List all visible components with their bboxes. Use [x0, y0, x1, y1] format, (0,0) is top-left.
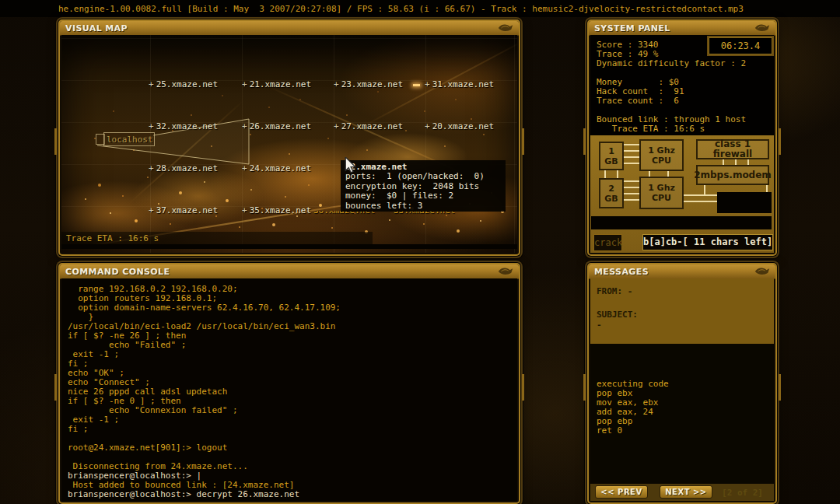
- node-marker-icon: +: [149, 79, 154, 89]
- node-marker-icon: +: [242, 163, 247, 173]
- trace-eta-text: Trace ETA : 16:6 s: [66, 233, 159, 243]
- message-from: FROM: -: [597, 286, 768, 296]
- node-marker-icon: +: [334, 121, 339, 131]
- node-label: 31.xmaze.net: [432, 79, 494, 89]
- crack-password-input[interactable]: b[a]cb-[ 11 chars left]: [642, 234, 773, 250]
- visual-map-header: VISUAL MAP: [60, 21, 519, 36]
- map-node[interactable]: +28.xmaze.net: [149, 163, 218, 173]
- network-map[interactable]: localhost +25.xmaze.net +21.xmaze.net +2…: [61, 35, 517, 253]
- map-node[interactable]: +37.xmaze.net: [149, 205, 218, 215]
- bounced-link-line: Bounced link : through 1 host: [597, 114, 774, 124]
- console-prompt-line[interactable]: brianspencer@localhost:> decrypt 26.xmaz…: [68, 489, 517, 499]
- message-body-line: executing code: [597, 379, 774, 388]
- map-node[interactable]: +31.xmaze.net: [425, 79, 494, 89]
- trace-count-line: Trace count : 6: [597, 96, 774, 105]
- map-blip: [413, 84, 420, 86]
- node-marker-icon: +: [425, 121, 430, 131]
- console-line: if [ $? -ne 0 ] ; then: [68, 396, 517, 405]
- next-message-button[interactable]: NEXT >>: [660, 485, 712, 499]
- map-node[interactable]: +23.xmaze.net: [334, 79, 403, 89]
- prev-message-button[interactable]: << PREV: [595, 485, 648, 499]
- mission-timer: 06:23.4: [709, 37, 772, 54]
- message-body: executing code pop ebx mov eax, ebx add …: [590, 344, 774, 484]
- ram-box-2: 2 GB: [599, 178, 624, 208]
- map-node[interactable]: +32.xmaze.net: [149, 121, 218, 131]
- swirl-icon: [497, 266, 514, 277]
- tooltip-bounces: bounces left: 3: [345, 201, 501, 211]
- progress-bar: [591, 216, 772, 229]
- system-panel-title: SYSTEM PANEL: [594, 23, 670, 33]
- trace-eta-bar: Trace ETA : 16:6 s: [61, 232, 373, 244]
- system-panel: SYSTEM PANEL 06:23.4 Score : 3340 Trace …: [587, 19, 777, 256]
- node-marker-icon: +: [242, 205, 247, 215]
- cpu-box-1: 1 Ghz CPU: [639, 139, 684, 171]
- hack-count-line: Hack count : 91: [597, 86, 774, 96]
- console-line: range 192.168.0.2 192.168.0.20;: [68, 284, 517, 293]
- message-body-line: ret 0: [597, 425, 774, 435]
- firewall-box: class 1 firewall: [696, 139, 769, 159]
- map-node[interactable]: +20.xmaze.net: [425, 121, 494, 131]
- node-marker-icon: +: [334, 79, 339, 89]
- node-marker-icon: +: [149, 121, 154, 131]
- console-line: echo "Connexion failed" ;: [68, 405, 517, 415]
- console-terminal[interactable]: range 192.168.0.2 192.168.0.20; option r…: [61, 278, 517, 501]
- console-line: /usr/local/bin/eci-load2 /usr/local/bin/…: [68, 321, 517, 331]
- console-title: COMMAND CONSOLE: [65, 267, 170, 277]
- message-body-line: mov eax, ebx: [597, 397, 774, 407]
- map-node[interactable]: +27.xmaze.net: [334, 121, 403, 131]
- console-header: COMMAND CONSOLE: [60, 264, 519, 279]
- map-node[interactable]: +25.xmaze.net: [149, 79, 218, 89]
- node-marker-icon: +: [242, 121, 247, 131]
- swirl-icon: [497, 23, 514, 33]
- ram-box-1: 1 GB: [599, 142, 624, 170]
- node-label: 20.xmaze.net: [432, 121, 494, 131]
- map-node[interactable]: +26.xmaze.net: [242, 121, 311, 131]
- console-line: Disconnecting from 24.xmaze.net...: [68, 461, 517, 471]
- node-marker-icon: +: [149, 163, 154, 173]
- host-tooltip: 22.xmaze.net ports: 1 (open/hacked: 0) e…: [341, 160, 506, 212]
- node-label: 32.xmaze.net: [156, 121, 218, 131]
- game-screen: he.engine-1.00.0082.full [Build : May 3 …: [0, 0, 840, 504]
- crack-button[interactable]: crack: [593, 234, 622, 251]
- map-node[interactable]: +21.xmaze.net: [242, 79, 311, 89]
- message-subject-label: SUBJECT:: [597, 310, 768, 320]
- tooltip-money-files: money: $0 | files: 2: [345, 191, 501, 201]
- console-line: nice 26 pppd call adsl updetach: [68, 387, 517, 396]
- message-nav: << PREV NEXT >> [2 of 2]: [590, 484, 774, 501]
- messages-header: MESSAGES: [589, 264, 775, 279]
- engine-status-text: he.engine-1.00.0082.full [Build : May 3 …: [58, 4, 744, 14]
- console-line: [68, 433, 517, 443]
- node-label: 27.xmaze.net: [341, 121, 403, 131]
- node-label: 28.xmaze.net: [156, 163, 218, 173]
- message-body-line: add eax, 24: [597, 407, 774, 416]
- visual-map-panel: VISUAL MAP localhost +25.xmaze.net +21: [58, 19, 520, 256]
- cpu-box-2: 1 Ghz CPU: [639, 177, 684, 209]
- swirl-icon: [754, 266, 771, 277]
- command-console-panel: COMMAND CONSOLE range 192.168.0.2 192.16…: [58, 263, 520, 504]
- console-line: fi ;: [68, 424, 517, 433]
- console-line: option routers 192.168.0.1;: [68, 293, 517, 303]
- message-subject-value: -: [597, 320, 768, 330]
- console-line: fi ;: [68, 359, 517, 368]
- swirl-icon: [754, 23, 771, 33]
- node-marker-icon: +: [425, 79, 430, 89]
- difficulty-line: Dynamic difficulty factor : 2: [597, 58, 774, 68]
- message-meta: FROM: - SUBJECT: -: [590, 278, 774, 344]
- localhost-label: localhost: [107, 135, 153, 145]
- console-line: }: [68, 312, 517, 321]
- map-node[interactable]: +35.xmaze.net: [242, 205, 311, 215]
- console-line: echo "OK" ;: [68, 368, 517, 377]
- modem-box: 2mbps.modem: [696, 165, 769, 185]
- hardware-diagram: 1 GB 1 Ghz CPU class 1 firewall 2mbps.mo…: [590, 135, 774, 253]
- visual-map-title: VISUAL MAP: [65, 23, 128, 33]
- node-marker-icon: +: [242, 79, 247, 89]
- console-line: root@24.xmaze.net[901]:> logout: [68, 443, 517, 452]
- console-line: exit -1 ;: [68, 415, 517, 424]
- node-marker-icon: +: [149, 205, 154, 215]
- messages-panel: MESSAGES FROM: - SUBJECT: - executing co…: [587, 263, 777, 504]
- tooltip-ports: ports: 1 (open/hacked: 0): [345, 172, 501, 181]
- node-label: 21.xmaze.net: [250, 79, 311, 89]
- map-node[interactable]: +24.xmaze.net: [242, 163, 311, 173]
- console-line: Host added to bounced link : [24.xmaze.n…: [68, 480, 517, 489]
- console-line: exit -1 ;: [68, 349, 517, 359]
